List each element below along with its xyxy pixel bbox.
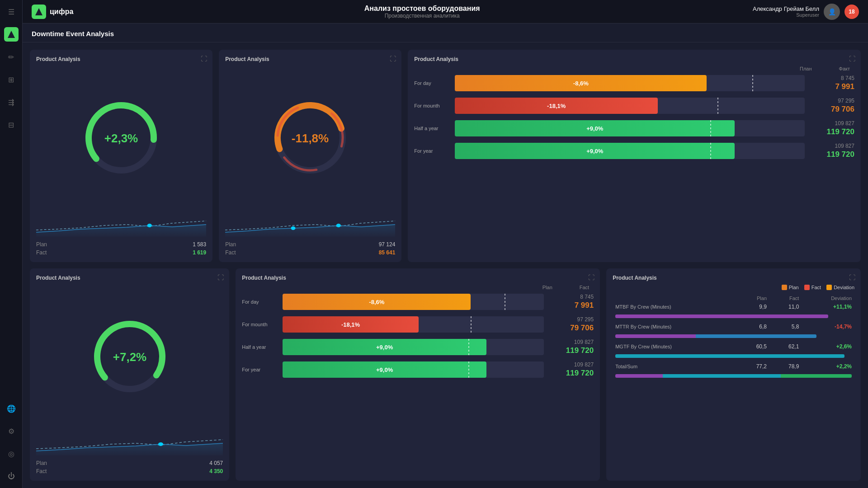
bottom-left-card: Product Analysis ⛶ +7,2% <box>30 268 229 481</box>
bottom-bar-values-halfyear: 109 827 119 720 <box>548 339 594 355</box>
top-left-card: Product Analysis ⛶ +2,3% <box>30 50 212 262</box>
top-left-plan-row: Plan 1 583 <box>36 241 206 248</box>
bottom-left-fact-row: Fact 4 350 <box>36 468 223 474</box>
bottom-right-expand[interactable]: ⛶ <box>849 274 855 281</box>
top-row: Product Analysis ⛶ +2,3% <box>30 50 861 262</box>
sidebar-logo[interactable] <box>4 27 19 42</box>
app-logo-area: цифра <box>32 5 73 19</box>
top-left-gauge-container: +2,3% <box>36 66 206 209</box>
bottom-bar-plan-year: 109 827 <box>574 361 594 368</box>
bottom-bar-values-day: 8 745 7 991 <box>548 294 594 310</box>
top-mid-expand[interactable]: ⛶ <box>390 55 396 62</box>
bottom-right-title: Product Analysis <box>613 275 854 281</box>
top-mid-fact-row: Fact 85 641 <box>225 249 395 256</box>
header-subtitle: Производственная аналитика <box>91 13 753 19</box>
notification-bell[interactable]: 18 <box>844 5 859 19</box>
top-right-fact-header: Факт <box>839 66 850 71</box>
bottom-left-plan-row: Plan 4 057 <box>36 460 223 466</box>
svg-marker-0 <box>8 31 15 38</box>
metrics-fact-mtbf: 11,0 <box>769 302 802 312</box>
metrics-plan-mttr: 6,8 <box>737 322 769 332</box>
bottom-bar-row-year: For year +9,0% 109 827 119 720 <box>242 361 594 378</box>
top-right-expand[interactable]: ⛶ <box>849 55 855 62</box>
avatar[interactable]: 👤 <box>824 4 840 20</box>
bar-track-halfyear: +9,0% <box>455 120 805 136</box>
legend-fact-label: Fact <box>811 285 821 290</box>
metrics-plan-total: 77,2 <box>737 361 769 371</box>
sidebar-hamburger[interactable]: ☰ <box>4 5 19 19</box>
svg-point-5 <box>147 224 152 227</box>
bottom-left-expand[interactable]: ⛶ <box>217 274 224 281</box>
bottom-bar-row-day: For day -8,6% 8 745 7 991 <box>242 294 594 310</box>
bottom-bar-dashed-halfyear <box>468 339 469 355</box>
svg-point-10 <box>291 226 296 230</box>
bar-plan-halfyear: 109 827 <box>835 120 854 127</box>
metrics-fact-mgtf: 62,1 <box>769 342 802 352</box>
bottom-bar-label-month: For mounth <box>242 322 278 327</box>
bottom-bar-track-halfyear: +9,0% <box>283 339 544 355</box>
bottom-bar-dashed-day <box>505 294 505 310</box>
bottom-bar-fill-halfyear: +9,0% <box>283 339 486 355</box>
metrics-row-mttr: MTTR By Crew (Minutes) 6,8 5,8 -14,7% <box>613 322 854 332</box>
bar-values-halfyear: 109 827 119 720 <box>809 120 854 136</box>
bottom-bar-values-year: 109 827 119 720 <box>548 361 594 378</box>
bar-label-year: For year <box>414 148 450 154</box>
metrics-label-mttr: MTTR By Crew (Minutes) <box>613 322 737 332</box>
metrics-row-mtbf: MTBF By Crew (Minutes) 9,9 11,0 +11,1% <box>613 302 854 312</box>
page-header: Downtime Event Analysis <box>23 23 868 42</box>
bar-track-day: -8,6% <box>455 75 805 91</box>
sidebar-globe-icon[interactable]: 🌐 <box>4 401 19 416</box>
bottom-bar-row-halfyear: Half a year +9,0% 109 827 119 720 <box>242 339 594 355</box>
metrics-bar-cell-mtbf <box>613 312 854 322</box>
metrics-th-fact: Fact <box>769 295 802 302</box>
bottom-left-plan-fact: Plan 4 057 Fact 4 350 <box>36 460 223 474</box>
bar-row-month: For mounth -18,1% 97 295 79 706 <box>414 98 854 114</box>
user-role: Superuser <box>753 12 819 18</box>
sidebar-settings-icon[interactable]: ⚙ <box>4 424 19 438</box>
metrics-bar-mtbf <box>613 312 854 322</box>
bar-fact-year: 119 720 <box>827 150 854 159</box>
user-name: Александр Грейам Белл <box>753 5 819 12</box>
top-right-plan-header: План <box>800 66 812 71</box>
sidebar: ☰ ✏ ⊞ ⇶ ⊟ 🌐 ⚙ ◎ ⏻ <box>0 0 23 488</box>
bar-values-year: 109 827 119 720 <box>809 143 854 159</box>
top-mid-gauge-svg: -11,8% <box>265 93 355 183</box>
sidebar-circle-icon[interactable]: ◎ <box>4 446 19 461</box>
bottom-mid-expand[interactable]: ⛶ <box>588 274 594 281</box>
bar-label-month: For mounth <box>414 103 450 108</box>
bar-row-halfyear: Half a year +9,0% 109 827 119 720 <box>414 120 854 136</box>
sidebar-edit-icon[interactable]: ✏ <box>4 50 19 64</box>
bar-fill-halfyear: +9,0% <box>455 120 735 136</box>
legend-fact-dot <box>804 285 810 290</box>
bar-fill-day: -8,6% <box>455 75 707 91</box>
metrics-strip-mgtf <box>615 354 844 358</box>
bottom-bar-track-year: +9,0% <box>283 361 544 378</box>
top-mid-title: Product Analysis <box>225 56 395 62</box>
metrics-table: Plan Fact Deviation MTBF By Crew (Minute… <box>613 295 854 381</box>
svg-text:+2,3%: +2,3% <box>104 131 138 145</box>
top-left-expand[interactable]: ⛶ <box>201 55 207 62</box>
bar-values-day: 8 745 7 991 <box>809 75 854 91</box>
bar-dashed-year <box>710 143 711 159</box>
bar-dashed-halfyear <box>710 120 711 136</box>
dashboard-content: Product Analysis ⛶ +2,3% <box>23 42 868 488</box>
bottom-row: Product Analysis ⛶ +7,2% <box>30 268 861 481</box>
legend-plan-label: Plan <box>789 285 799 290</box>
metrics-dev-total: +2,2% <box>802 361 854 371</box>
bar-plan-year: 109 827 <box>835 143 854 149</box>
header-title-area: Анализ простоев оборудования Производств… <box>91 5 753 19</box>
legend-fact: Fact <box>804 285 821 290</box>
logo-icon <box>32 5 46 19</box>
sidebar-power-icon[interactable]: ⏻ <box>4 469 19 483</box>
sidebar-layers-icon[interactable]: ⊟ <box>4 117 19 132</box>
legend-plan: Plan <box>782 285 799 290</box>
metrics-strip-total <box>615 374 852 378</box>
sidebar-grid-icon[interactable]: ⊞ <box>4 72 19 87</box>
svg-text:+7,2%: +7,2% <box>113 350 146 364</box>
bottom-bar-fact-day: 7 991 <box>575 301 594 310</box>
sidebar-flow-icon[interactable]: ⇶ <box>4 95 19 109</box>
svg-marker-1 <box>35 8 42 15</box>
metrics-bar-mgtf <box>613 352 854 361</box>
legend-deviation-dot <box>826 285 832 290</box>
bar-row-day: For day -8,6% 8 745 7 991 <box>414 75 854 91</box>
